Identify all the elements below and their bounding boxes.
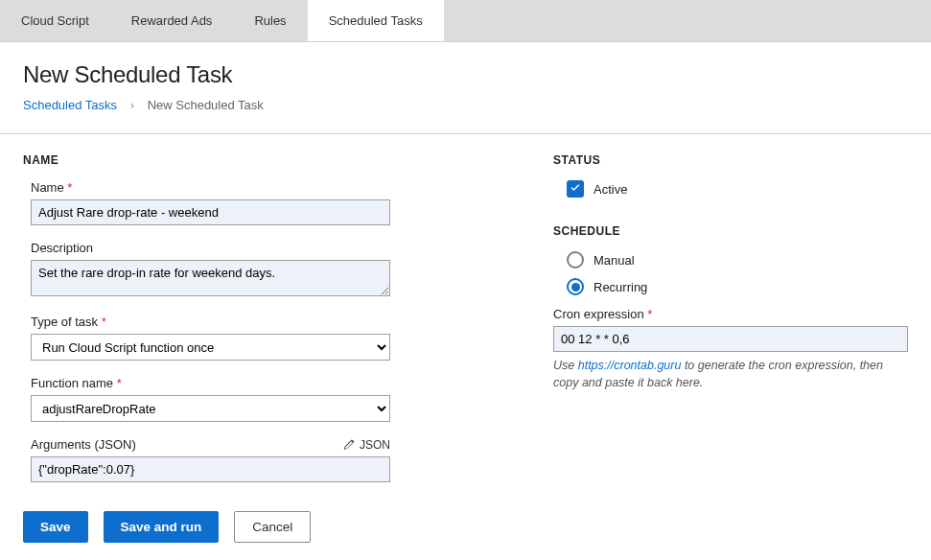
cron-label: Cron expression *: [553, 307, 908, 321]
cron-helper-text: Use https://crontab.guru to generate the…: [553, 358, 908, 391]
save-button[interactable]: Save: [23, 511, 88, 543]
breadcrumb-current: New Scheduled Task: [148, 98, 264, 112]
json-toggle[interactable]: JSON: [343, 438, 390, 452]
description-label: Description: [31, 241, 409, 255]
arguments-label: Arguments (JSON): [31, 437, 136, 452]
divider: [0, 133, 931, 134]
status-section-heading: STATUS: [553, 153, 908, 167]
active-label: Active: [594, 182, 627, 197]
tab-cloud-script[interactable]: Cloud Script: [0, 0, 110, 41]
checkmark-icon: [570, 183, 581, 195]
tab-rules[interactable]: Rules: [233, 0, 307, 41]
recurring-radio[interactable]: [567, 278, 584, 295]
function-select[interactable]: adjustRareDropRate: [31, 395, 390, 422]
tab-bar: Cloud Script Rewarded Ads Rules Schedule…: [0, 0, 931, 42]
name-label: Name *: [31, 180, 409, 195]
name-input[interactable]: [31, 199, 390, 225]
chevron-right-icon: ›: [130, 98, 134, 112]
description-input[interactable]: Set the rare drop-in rate for weekend da…: [31, 260, 390, 296]
breadcrumb-root[interactable]: Scheduled Tasks: [23, 98, 117, 112]
crontab-link[interactable]: https://crontab.guru: [578, 359, 682, 372]
type-select[interactable]: Run Cloud Script function once: [31, 334, 390, 361]
cancel-button[interactable]: Cancel: [234, 511, 311, 543]
breadcrumb: Scheduled Tasks › New Scheduled Task: [23, 98, 908, 112]
page-title: New Scheduled Task: [23, 61, 908, 88]
save-and-run-button[interactable]: Save and run: [104, 511, 220, 543]
type-label: Type of task *: [31, 315, 409, 329]
schedule-section-heading: SCHEDULE: [553, 224, 908, 238]
recurring-label: Recurring: [594, 280, 647, 294]
pencil-icon: [343, 439, 355, 451]
function-label: Function name *: [31, 376, 409, 390]
name-section-heading: NAME: [23, 153, 409, 167]
cron-input[interactable]: [553, 326, 908, 352]
tab-scheduled-tasks[interactable]: Scheduled Tasks: [308, 0, 444, 41]
tab-rewarded-ads[interactable]: Rewarded Ads: [110, 0, 234, 41]
manual-label: Manual: [594, 253, 635, 268]
manual-radio[interactable]: [567, 251, 584, 268]
active-checkbox[interactable]: [567, 180, 584, 198]
arguments-input[interactable]: [31, 456, 390, 482]
